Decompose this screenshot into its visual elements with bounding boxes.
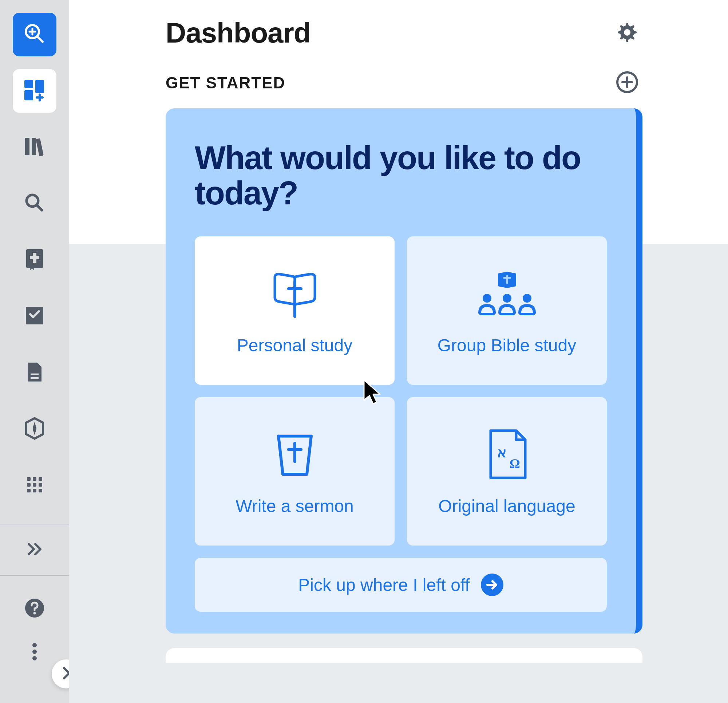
library-icon: [23, 135, 46, 159]
svg-text:Ω: Ω: [510, 457, 520, 471]
svg-rect-19: [30, 373, 39, 375]
svg-rect-6: [35, 80, 44, 93]
tile-original-language[interactable]: א Ω Original language: [407, 397, 607, 546]
add-section-button[interactable]: [615, 71, 639, 95]
svg-rect-23: [33, 477, 36, 481]
more-vertical-icon: [32, 642, 38, 663]
svg-rect-47: [500, 313, 515, 315]
sidebar-item-tasks[interactable]: [13, 295, 56, 338]
compass-icon: [24, 417, 45, 442]
search-icon: [24, 192, 45, 215]
resume-label: Pick up where I left off: [298, 575, 469, 595]
svg-rect-28: [27, 489, 30, 493]
sidebar-item-bible[interactable]: [13, 238, 56, 282]
document-icon: [26, 361, 44, 385]
section-title: GET STARTED: [166, 74, 285, 92]
arrow-right-circle-icon: [481, 573, 503, 596]
svg-rect-18: [26, 321, 43, 324]
sidebar-item-help[interactable]: [13, 587, 56, 631]
card-title: What would you like to do today?: [195, 140, 607, 211]
sidebar-item-search[interactable]: [13, 182, 56, 225]
svg-rect-10: [32, 138, 36, 155]
tile-label: Original language: [438, 496, 575, 516]
next-card-peek: [166, 648, 643, 663]
svg-rect-9: [25, 138, 29, 155]
sidebar-item-search-plus[interactable]: [13, 13, 56, 56]
resume-button[interactable]: Pick up where I left off: [195, 558, 607, 612]
sidebar-item-compass[interactable]: [13, 407, 56, 451]
svg-rect-45: [480, 313, 495, 315]
svg-rect-5: [25, 90, 33, 100]
tile-grid: Personal study: [195, 236, 607, 546]
svg-point-34: [32, 650, 37, 654]
tile-label: Write a sermon: [235, 496, 354, 516]
get-started-card: What would you like to do today? Persona…: [166, 108, 643, 634]
original-language-icon: א Ω: [483, 427, 531, 481]
help-icon: [24, 598, 45, 620]
tile-label: Group Bible study: [438, 335, 576, 355]
page-title: Dashboard: [166, 16, 311, 49]
svg-rect-4: [25, 80, 33, 88]
svg-rect-25: [27, 483, 30, 487]
sidebar-item-document[interactable]: [13, 351, 56, 395]
tile-label: Personal study: [237, 335, 353, 355]
svg-point-44: [482, 294, 491, 303]
apps-grid-icon: [26, 476, 44, 496]
dashboard-tiles-icon: [22, 78, 47, 104]
svg-rect-26: [33, 483, 36, 487]
svg-point-36: [624, 29, 630, 36]
svg-rect-20: [30, 377, 39, 379]
chevrons-right-icon: [26, 542, 43, 558]
svg-text:א: א: [497, 445, 506, 460]
main-content: Dashboard GET STARTED: [69, 0, 728, 703]
sidebar-divider: [0, 524, 69, 524]
svg-rect-11: [36, 138, 44, 156]
svg-rect-29: [33, 489, 36, 493]
section-row: GET STARTED: [166, 71, 639, 95]
sidebar-item-dashboard[interactable]: [13, 69, 56, 113]
checkbox-icon: [25, 305, 45, 327]
svg-point-33: [32, 643, 37, 647]
settings-button[interactable]: [615, 22, 639, 45]
svg-point-35: [32, 656, 37, 660]
svg-rect-27: [39, 483, 42, 487]
svg-point-48: [523, 294, 532, 303]
svg-rect-30: [39, 489, 42, 493]
magnify-plus-icon: [23, 22, 46, 47]
pulpit-icon: [267, 427, 322, 481]
sidebar-item-library[interactable]: [13, 125, 56, 169]
tile-group-study[interactable]: Group Bible study: [407, 236, 607, 385]
tile-write-sermon[interactable]: Write a sermon: [195, 397, 394, 546]
bible-book-icon: [25, 248, 45, 272]
plus-circle-icon: [616, 71, 638, 95]
svg-line-13: [37, 205, 42, 210]
svg-line-1: [38, 37, 43, 42]
bible-cross-icon: [267, 266, 322, 321]
sidebar: [0, 0, 69, 703]
header-row: Dashboard: [166, 16, 639, 49]
svg-rect-22: [27, 477, 30, 481]
more-options-button[interactable]: [20, 638, 49, 667]
svg-rect-24: [39, 477, 42, 481]
gear-icon: [617, 22, 638, 45]
sidebar-divider: [0, 575, 69, 576]
svg-rect-49: [519, 313, 535, 315]
svg-point-46: [503, 294, 511, 303]
sidebar-item-apps[interactable]: [13, 464, 56, 507]
group-study-icon: [474, 266, 540, 321]
expand-sidebar-button[interactable]: [20, 535, 49, 565]
svg-point-32: [33, 612, 36, 615]
svg-rect-16: [30, 256, 39, 259]
tile-personal-study[interactable]: Personal study: [195, 236, 394, 385]
